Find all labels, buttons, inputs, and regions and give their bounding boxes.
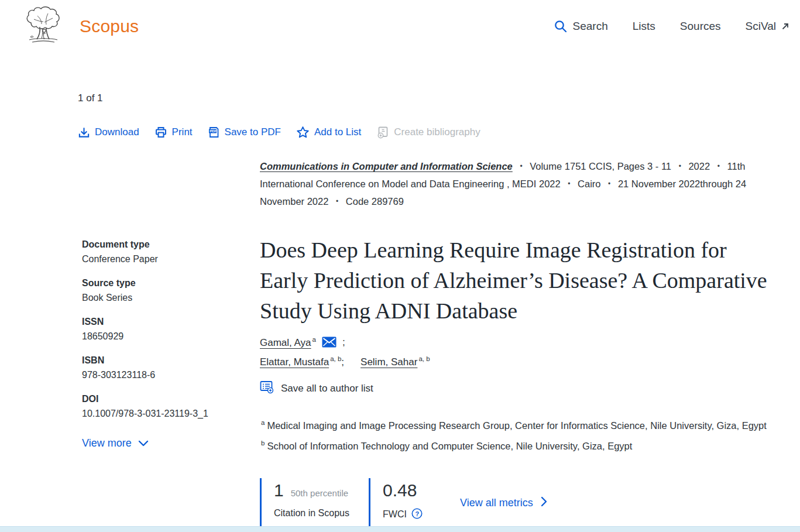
scopus-wordmark: Scopus xyxy=(80,16,139,36)
bibliography-icon xyxy=(376,126,389,139)
document-details-sidebar: Document type Conference Paper Source ty… xyxy=(78,157,260,528)
affiliation-sup: a xyxy=(261,419,265,426)
author-link-selim-sahar[interactable]: Selim, Sahar xyxy=(360,356,417,368)
field-value: 978-303123118-6 xyxy=(82,370,260,380)
affiliation-list: aMedical Imaging and Image Processing Re… xyxy=(260,417,788,455)
result-pager: 1 of 1 xyxy=(78,92,788,104)
document-toolbar: Download Print PDF xyxy=(78,126,788,139)
document-title: Does Deep Learning Require Image Registr… xyxy=(260,235,775,326)
svg-text:?: ? xyxy=(415,510,419,517)
view-more-label: View more xyxy=(82,437,132,449)
chevron-right-icon xyxy=(541,496,547,510)
search-icon xyxy=(554,19,568,33)
affiliation-text: School of Information Technology and Com… xyxy=(267,441,632,451)
fwci-value: 0.48 xyxy=(383,480,417,500)
field-label: Source type xyxy=(82,278,260,289)
citation-label: Citation in Scopus xyxy=(274,508,369,519)
nav-search-label: Search xyxy=(573,20,608,33)
pub-conference-location: Cairo xyxy=(578,179,600,189)
field-doi: DOI 10.1007/978-3-031-23119-3_1 xyxy=(82,394,260,419)
pdf-file-icon: PDF xyxy=(208,126,220,139)
bullet-separator: • xyxy=(603,180,615,188)
view-all-metrics-label: View all metrics xyxy=(460,497,533,509)
author-affiliation-sup: a, b xyxy=(330,355,341,362)
pub-volume-pages: Volume 1751 CCIS, Pages 3 - 11 xyxy=(530,161,671,171)
affiliation-a: aMedical Imaging and Image Processing Re… xyxy=(260,417,788,434)
nav-scival-label: SciVal xyxy=(746,20,776,33)
source-title-link[interactable]: Communications in Computer and Informati… xyxy=(260,161,513,171)
affiliation-text: Medical Imaging and Image Processing Res… xyxy=(267,420,766,431)
download-button[interactable]: Download xyxy=(78,126,139,139)
document-section: Communications in Computer and Informati… xyxy=(260,157,788,528)
scopus-home-link[interactable]: Scopus xyxy=(22,6,139,46)
bullet-separator: • xyxy=(331,197,343,205)
header: Scopus Search Lists Sources SciVal xyxy=(0,0,800,53)
field-issn: ISSN 18650929 xyxy=(82,317,260,342)
bullet-separator: • xyxy=(674,162,686,170)
nav-scival[interactable]: SciVal xyxy=(746,20,789,33)
print-label: Print xyxy=(172,126,193,138)
view-more-button[interactable]: View more xyxy=(82,437,149,449)
citation-count: 1 xyxy=(274,480,284,500)
star-icon xyxy=(296,126,310,139)
metrics-bar: 1 50th percentile Citation in Scopus 0.4… xyxy=(260,478,788,528)
top-nav: Search Lists Sources SciVal xyxy=(554,19,789,33)
field-isbn: ISBN 978-303123118-6 xyxy=(82,355,260,380)
elsevier-tree-logo xyxy=(22,6,64,46)
fwci-help-icon[interactable]: ? xyxy=(411,508,423,521)
cookie-banner-edge xyxy=(0,526,800,532)
view-all-metrics-link[interactable]: View all metrics xyxy=(460,496,547,510)
fwci-label: FWCI xyxy=(383,509,407,520)
citation-percentile: 50th percentile xyxy=(291,488,348,498)
nav-sources[interactable]: Sources xyxy=(680,20,721,33)
save-all-to-author-list-button[interactable]: Save all to author list xyxy=(260,380,373,397)
author-separator: ; xyxy=(341,356,344,368)
main-content: 1 of 1 Download xyxy=(0,92,800,528)
field-label: ISSN xyxy=(82,317,260,327)
bullet-separator: • xyxy=(515,162,527,170)
download-icon xyxy=(78,126,90,139)
affiliation-b: bSchool of Information Technology and Co… xyxy=(260,437,788,455)
add-to-list-label: Add to List xyxy=(314,126,361,138)
author-link-elattar-mustafa[interactable]: Elattar, Mustafa xyxy=(260,356,329,368)
pub-code: Code 289769 xyxy=(346,196,404,207)
pub-year: 2022 xyxy=(688,161,710,171)
author-list-add-icon xyxy=(260,380,274,397)
svg-text:PDF: PDF xyxy=(210,129,217,133)
print-button[interactable]: Print xyxy=(154,126,193,139)
create-bibliography-button[interactable]: Create bibliography xyxy=(376,126,480,139)
download-label: Download xyxy=(95,126,139,138)
email-icon[interactable] xyxy=(322,337,337,351)
author-affiliation-sup: a xyxy=(313,336,316,343)
bullet-separator: • xyxy=(563,180,575,188)
external-link-icon xyxy=(781,22,789,30)
author-affiliation-sup: a, b xyxy=(418,355,430,362)
create-bibliography-label: Create bibliography xyxy=(394,126,480,138)
fwci-metric: 0.48 FWCI ? xyxy=(369,478,441,528)
chevron-down-icon xyxy=(138,437,149,449)
citation-metric: 1 50th percentile Citation in Scopus xyxy=(260,478,369,528)
add-to-list-button[interactable]: Add to List xyxy=(296,126,361,139)
nav-lists[interactable]: Lists xyxy=(633,20,655,33)
field-value: Conference Paper xyxy=(82,254,260,265)
field-label: ISBN xyxy=(82,355,260,366)
author-separator: ; xyxy=(342,337,345,348)
field-value: Book Series xyxy=(82,293,260,303)
field-value: 18650929 xyxy=(82,331,260,342)
affiliation-sup: b xyxy=(261,440,265,447)
save-to-pdf-button[interactable]: PDF Save to PDF xyxy=(208,126,281,139)
field-value: 10.1007/978-3-031-23119-3_1 xyxy=(82,409,260,419)
scopus-document-detail-page: Scopus Search Lists Sources SciVal xyxy=(0,0,800,528)
bullet-separator: • xyxy=(713,162,725,170)
save-to-pdf-label: Save to PDF xyxy=(225,126,281,138)
print-icon xyxy=(154,126,167,139)
author-list: Gamal, Ayaa ; Elatt xyxy=(260,337,788,368)
author-link-gamal-aya[interactable]: Gamal, Aya xyxy=(260,337,311,348)
save-all-label: Save all to author list xyxy=(281,383,373,394)
field-document-type: Document type Conference Paper xyxy=(82,239,260,265)
field-label: DOI xyxy=(82,394,260,404)
author-line: Gamal, Ayaa ; xyxy=(260,337,788,351)
nav-search[interactable]: Search xyxy=(554,19,608,33)
field-label: Document type xyxy=(82,239,260,250)
publication-info: Communications in Computer and Informati… xyxy=(260,157,788,210)
